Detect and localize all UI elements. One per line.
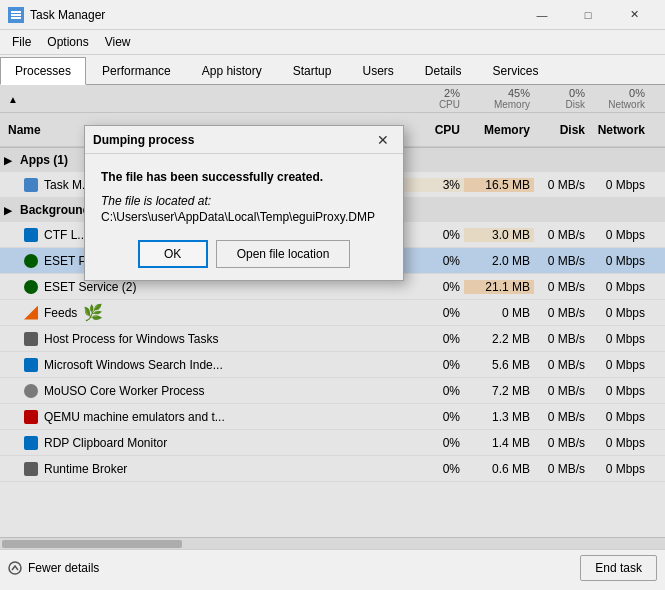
modal-overlay: Dumping process ✕ The file has been succ… [0,85,665,549]
menu-view[interactable]: View [97,32,139,52]
menubar: File Options View [0,30,665,55]
minimize-button[interactable]: — [519,0,565,30]
fewer-details-button[interactable]: Fewer details [8,561,99,575]
main-content: ▲ 2% CPU 45% Memory 0% Disk 0% Network [0,85,665,549]
dump-dialog: Dumping process ✕ The file has been succ… [84,125,404,281]
modal-buttons: OK Open file location [101,240,387,268]
app-icon [8,7,24,23]
tab-app-history[interactable]: App history [187,57,277,84]
modal-location-label: The file is located at: [101,194,387,208]
ok-button[interactable]: OK [138,240,208,268]
tab-services[interactable]: Services [478,57,554,84]
tab-details[interactable]: Details [410,57,477,84]
modal-title: Dumping process [93,133,371,147]
app-title: Task Manager [30,8,519,22]
modal-close-button[interactable]: ✕ [371,128,395,152]
tab-startup[interactable]: Startup [278,57,347,84]
maximize-button[interactable]: □ [565,0,611,30]
end-task-button[interactable]: End task [580,555,657,581]
menu-options[interactable]: Options [39,32,96,52]
titlebar: Task Manager — □ ✕ [0,0,665,30]
modal-success-text: The file has been successfully created. [101,170,387,184]
tab-processes[interactable]: Processes [0,57,86,85]
chevron-up-icon [8,561,22,575]
svg-rect-2 [11,14,21,16]
modal-titlebar: Dumping process ✕ [85,126,403,154]
open-file-location-button[interactable]: Open file location [216,240,351,268]
bottom-bar: Fewer details End task [0,549,665,585]
svg-rect-1 [11,11,21,13]
modal-body: The file has been successfully created. … [85,154,403,280]
menu-file[interactable]: File [4,32,39,52]
modal-file-path: C:\Users\user\AppData\Local\Temp\eguiPro… [101,210,387,224]
close-button[interactable]: ✕ [611,0,657,30]
tab-users[interactable]: Users [347,57,408,84]
svg-rect-3 [11,17,21,19]
tab-bar: Processes Performance App history Startu… [0,55,665,85]
tab-performance[interactable]: Performance [87,57,186,84]
svg-point-4 [9,562,21,574]
window-controls: — □ ✕ [519,0,657,30]
